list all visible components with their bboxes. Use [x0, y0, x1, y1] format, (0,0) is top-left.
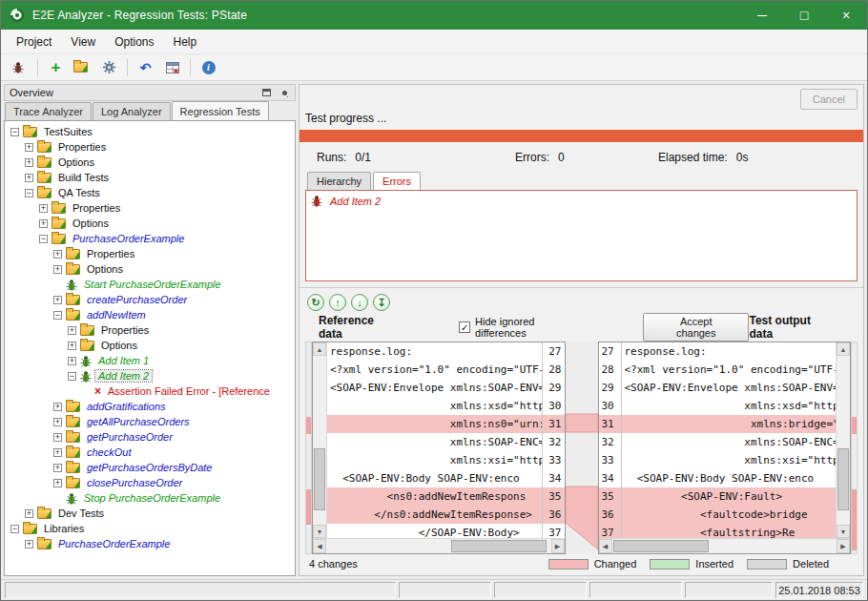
scroll-right-arrow[interactable]: ▶ — [837, 539, 850, 553]
hide-ignored-checkbox[interactable]: ✓ Hide ignored differences — [459, 316, 588, 339]
error-item-add-item-2[interactable]: Add Item 2 — [311, 195, 852, 207]
tree-item-options[interactable]: +Options — [5, 216, 295, 231]
collapse-toggle[interactable]: − — [39, 235, 48, 243]
run-tests-button[interactable] — [8, 56, 31, 78]
tab-trace-analyzer[interactable]: Trace Analyzer — [5, 102, 92, 120]
tree-item-options[interactable]: +Options — [5, 155, 295, 170]
tree-item-getallpurchaseorders[interactable]: +getAllPurchaseOrders — [5, 414, 295, 429]
collapse-toggle[interactable]: − — [10, 128, 19, 136]
expand-toggle[interactable]: + — [39, 219, 48, 228]
expand-toggle[interactable]: + — [53, 418, 62, 426]
tree-item-add-item-1[interactable]: +Add Item 1 — [5, 353, 295, 368]
collapse-toggle[interactable]: − — [53, 311, 62, 320]
tab-log-analyzer[interactable]: Log Analyzer — [93, 102, 171, 120]
results-table-button[interactable] — [160, 56, 184, 78]
tree-item-dev-tests[interactable]: +Dev Tests — [5, 506, 295, 521]
accept-changes-button[interactable]: Accept changes — [643, 313, 750, 342]
expand-toggle[interactable]: + — [68, 357, 76, 365]
change-ruler-right[interactable] — [851, 342, 858, 554]
tree-item-addnewitem[interactable]: −addNewItem — [5, 307, 295, 322]
scroll-thumb[interactable] — [613, 540, 709, 552]
tree-item-properties[interactable]: +Properties — [5, 322, 295, 338]
expand-toggle[interactable]: + — [25, 174, 33, 182]
next-diff-button[interactable]: ↓ — [351, 294, 368, 311]
collapse-toggle[interactable]: − — [10, 525, 19, 533]
settings-button[interactable] — [97, 56, 121, 78]
horizontal-scrollbar[interactable]: ◀ ▶ — [599, 538, 851, 553]
horizontal-scrollbar[interactable]: ◀ ▶ — [313, 538, 565, 553]
expand-toggle[interactable]: + — [53, 433, 62, 442]
change-mark[interactable] — [852, 417, 857, 434]
tree-item-getpurchaseordersbydate[interactable]: +getPurchaseOrdersByDate — [5, 460, 295, 475]
change-mark[interactable] — [306, 417, 311, 434]
cancel-button[interactable]: Cancel — [800, 89, 858, 110]
vertical-scrollbar[interactable]: ▲ ▼ — [836, 342, 850, 538]
tree-item-assertion-failed-error-reference[interactable]: ×Assertion Failed Error - [Reference — [5, 383, 295, 399]
tree-item-getpurchaseorder[interactable]: +getPurchaseOrder — [5, 429, 295, 445]
scroll-up-arrow[interactable]: ▲ — [313, 342, 326, 356]
maximize-button[interactable]: □ — [783, 1, 825, 30]
tree-item-add-item-2[interactable]: −Add Item 2 — [5, 368, 295, 383]
collapse-toggle[interactable]: − — [68, 372, 76, 381]
tree-item-options[interactable]: +Options — [5, 261, 295, 277]
expand-toggle[interactable]: + — [53, 265, 62, 274]
tab-hierarchy[interactable]: Hierarchy — [307, 172, 371, 190]
expand-toggle[interactable]: + — [53, 403, 62, 411]
expand-toggle[interactable]: + — [53, 296, 62, 304]
collapse-toggle[interactable]: − — [25, 189, 33, 197]
prev-diff-button[interactable]: ↑ — [329, 294, 346, 311]
open-button[interactable] — [71, 56, 94, 78]
output-lines[interactable]: 27response.log:28<?xml version="1.0" enc… — [599, 342, 837, 538]
tab-errors[interactable]: Errors — [373, 172, 421, 190]
tree-item-purchaseorderexample[interactable]: +PurchaseOrderExample — [5, 536, 295, 551]
expand-toggle[interactable]: + — [25, 158, 33, 167]
tree-item-createpurchaseorder[interactable]: +createPurchaseOrder — [5, 292, 295, 307]
expand-toggle[interactable]: + — [25, 509, 33, 518]
tree-item-properties[interactable]: +Properties — [5, 246, 295, 261]
expand-toggle[interactable]: + — [25, 540, 33, 549]
scroll-left-arrow[interactable]: ◀ — [313, 539, 326, 553]
expand-toggle[interactable]: + — [39, 204, 48, 213]
scroll-down-arrow[interactable]: ▼ — [313, 525, 326, 538]
expand-toggle[interactable]: + — [53, 448, 62, 457]
scroll-thumb[interactable] — [314, 448, 325, 511]
scroll-right-arrow[interactable]: ▶ — [551, 539, 565, 553]
tree-item-stop-purchaseorderexample[interactable]: Stop PurchaseOrderExample — [5, 490, 295, 506]
scroll-up-arrow[interactable]: ▲ — [837, 342, 850, 356]
tree-item-addgratifications[interactable]: +addGratifications — [5, 399, 295, 414]
tree-item-properties[interactable]: +Properties — [5, 139, 295, 155]
refresh-diff-button[interactable]: ↻ — [307, 294, 324, 311]
scroll-down-arrow[interactable]: ▼ — [837, 525, 850, 538]
tree-item-purchaseorderexample[interactable]: −PurchaseOrderExample — [5, 231, 295, 246]
expand-toggle[interactable]: + — [68, 342, 76, 350]
scroll-left-arrow[interactable]: ◀ — [599, 539, 612, 553]
close-button[interactable]: × — [825, 1, 867, 30]
tree-item-properties[interactable]: +Properties — [5, 200, 295, 216]
reference-lines[interactable]: response.log:27<?xml version="1.0" encod… — [327, 342, 565, 538]
change-mark[interactable] — [306, 489, 311, 525]
info-button[interactable]: i — [196, 56, 220, 78]
tree-item-build-tests[interactable]: +Build Tests — [5, 170, 295, 185]
expand-toggle[interactable]: + — [25, 143, 33, 152]
tree-item-closepurchaseorder[interactable]: +closePurchaseOrder — [5, 475, 295, 490]
pin-panel-button[interactable] — [279, 87, 290, 98]
last-diff-button[interactable]: ↧ — [373, 294, 390, 311]
tab-regression-tests[interactable]: Regression Tests — [172, 101, 269, 120]
tree-item-qa-tests[interactable]: −QA Tests — [5, 185, 295, 200]
undo-button[interactable]: ↶ — [134, 56, 157, 78]
tree-item-start-purchaseorderexample[interactable]: Start PurchaseOrderExample — [5, 277, 295, 292]
change-ruler-left[interactable] — [305, 342, 312, 554]
change-mark[interactable] — [852, 489, 857, 550]
vertical-scrollbar[interactable]: ▲ ▼ — [313, 342, 327, 538]
tree-item-checkout[interactable]: +checkOut — [5, 445, 295, 460]
tree-item-libraries[interactable]: −Libraries — [5, 521, 295, 536]
minimize-button[interactable]: ─ — [741, 1, 783, 30]
expand-toggle[interactable]: + — [68, 326, 76, 335]
tree-item-options[interactable]: +Options — [5, 338, 295, 353]
expand-toggle[interactable]: + — [53, 250, 62, 259]
add-button[interactable]: + — [44, 56, 68, 78]
tree-item-testsuites[interactable]: −TestSuites — [5, 124, 295, 139]
scroll-thumb[interactable] — [451, 540, 547, 552]
expand-toggle[interactable]: + — [53, 479, 62, 487]
menu-view[interactable]: View — [61, 31, 105, 52]
